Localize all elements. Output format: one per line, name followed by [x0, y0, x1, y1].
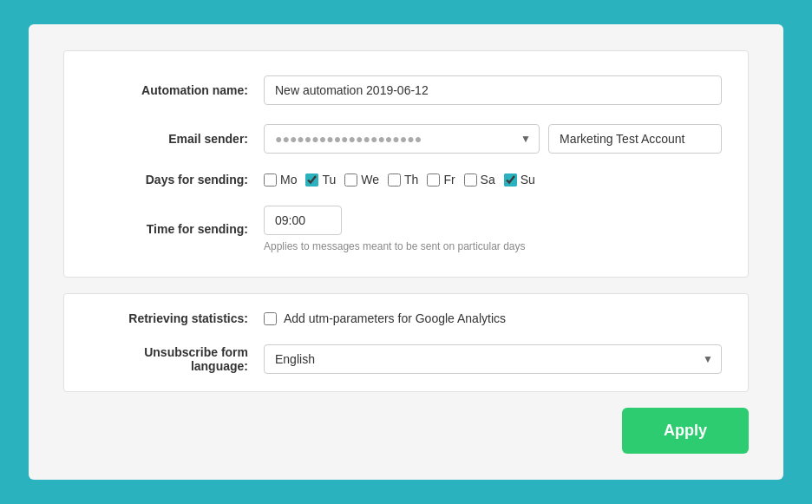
email-sender-label: Email sender: — [90, 132, 264, 146]
automation-name-control — [264, 75, 722, 105]
settings-modal: Automation name: Email sender: ●●●●●●●●●… — [29, 24, 783, 480]
email-sender-control: ●●●●●●●●●●●●●●●●●●●● ▼ Marketing Test Ac… — [264, 124, 722, 154]
day-mo-checkbox[interactable] — [264, 173, 277, 187]
language-select[interactable]: English French German Spanish — [264, 344, 722, 374]
time-input[interactable] — [264, 206, 342, 235]
day-tu-checkbox[interactable] — [305, 173, 318, 187]
day-sa-label: Sa — [481, 173, 495, 187]
day-sa: Sa — [464, 173, 495, 187]
time-hint: Applies to messages meant to be sent on … — [264, 240, 722, 252]
day-su: Su — [504, 173, 535, 187]
day-mo-label: Mo — [280, 173, 297, 187]
account-name-display: Marketing Test Account — [548, 124, 722, 154]
day-tu-label: Tu — [322, 173, 336, 187]
day-we-checkbox[interactable] — [344, 173, 357, 187]
retrieving-statistics-label: Retrieving statistics: — [90, 311, 264, 325]
unsubscribe-language-label: Unsubscribe form language: — [90, 345, 264, 373]
time-for-sending-row: Time for sending: Applies to messages me… — [90, 206, 722, 252]
email-sender-row: Email sender: ●●●●●●●●●●●●●●●●●●●● ▼ Mar… — [90, 124, 722, 154]
day-fr: Fr — [427, 173, 455, 187]
email-sender-select-wrapper: ●●●●●●●●●●●●●●●●●●●● ▼ — [264, 124, 540, 154]
utm-control: Add utm-parameters for Google Analytics — [264, 311, 722, 325]
day-fr-checkbox[interactable] — [427, 173, 440, 187]
day-we: We — [344, 173, 379, 187]
apply-button[interactable]: Apply — [622, 408, 749, 454]
days-for-sending-label: Days for sending: — [90, 173, 264, 187]
days-checkboxes-group: Mo Tu We Th — [264, 173, 722, 187]
day-tu: Tu — [305, 173, 336, 187]
utm-checkbox[interactable] — [264, 312, 277, 325]
main-settings-section: Automation name: Email sender: ●●●●●●●●●… — [63, 50, 749, 278]
day-su-checkbox[interactable] — [504, 173, 517, 187]
email-sender-select[interactable]: ●●●●●●●●●●●●●●●●●●●● — [264, 124, 540, 154]
automation-name-input[interactable] — [264, 75, 722, 105]
retrieving-statistics-row: Retrieving statistics: Add utm-parameter… — [90, 311, 722, 325]
day-fr-label: Fr — [443, 173, 455, 187]
automation-name-label: Automation name: — [90, 83, 264, 97]
day-th: Th — [388, 173, 418, 187]
day-we-label: We — [361, 173, 379, 187]
unsubscribe-language-row: Unsubscribe form language: English Frenc… — [90, 344, 722, 374]
time-sending-control: Applies to messages meant to be sent on … — [264, 206, 722, 252]
day-sa-checkbox[interactable] — [464, 173, 477, 187]
day-th-checkbox[interactable] — [388, 173, 401, 187]
day-mo: Mo — [264, 173, 297, 187]
time-for-sending-label: Time for sending: — [90, 222, 264, 236]
utm-label: Add utm-parameters for Google Analytics — [284, 311, 506, 325]
day-su-label: Su — [521, 173, 535, 187]
automation-name-row: Automation name: — [90, 75, 722, 105]
footer: Apply — [63, 408, 749, 454]
day-th-label: Th — [404, 173, 418, 187]
days-for-sending-row: Days for sending: Mo Tu We — [90, 173, 722, 187]
analytics-section: Retrieving statistics: Add utm-parameter… — [63, 293, 749, 392]
language-select-wrapper: English French German Spanish ▼ — [264, 344, 722, 374]
